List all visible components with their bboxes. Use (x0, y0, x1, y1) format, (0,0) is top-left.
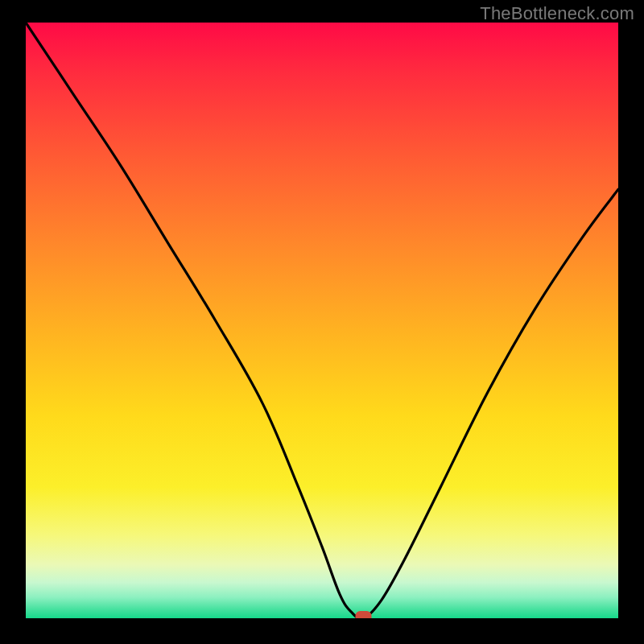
watermark-label: TheBottleneck.com (480, 3, 634, 24)
chart-frame: TheBottleneck.com (0, 0, 644, 644)
minimum-marker (356, 611, 372, 618)
bottleneck-curve (26, 23, 618, 618)
bottleneck-curve-svg (26, 23, 618, 618)
plot-area (26, 23, 618, 618)
